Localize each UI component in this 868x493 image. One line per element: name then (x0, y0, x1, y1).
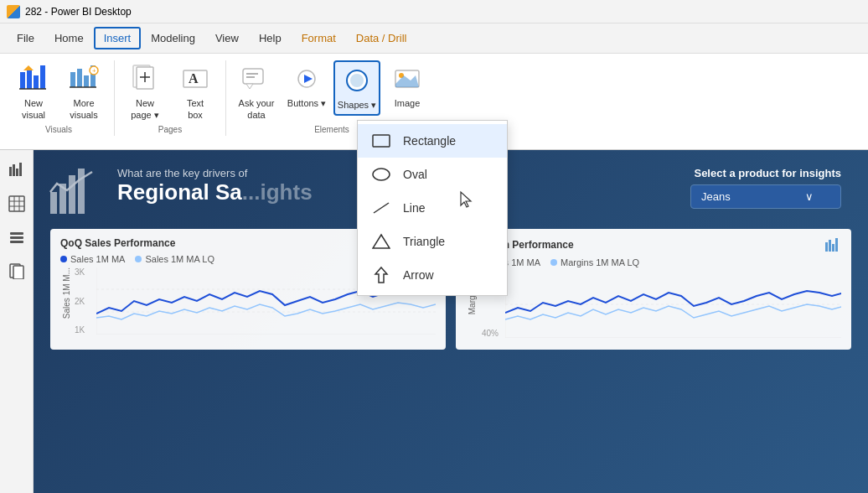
sidebar-layers-icon[interactable] (3, 224, 30, 251)
svg-rect-47 (78, 169, 85, 214)
dashboard-logo (49, 167, 99, 221)
image-label: Image (395, 97, 421, 109)
svg-rect-54 (832, 244, 834, 252)
svg-rect-6 (70, 72, 75, 87)
svg-marker-5 (23, 65, 34, 70)
line-shape-icon (371, 198, 391, 218)
menu-bar: File Home Insert Modeling View Help Form… (0, 23, 868, 54)
shape-triangle-item[interactable]: Triangle (358, 225, 507, 258)
new-visual-icon (18, 64, 49, 94)
margin-chart-legend: Margins 1M MA Margins 1M MA LQ (466, 257, 841, 267)
svg-rect-2 (34, 75, 39, 89)
title-bar: 282 - Power BI Desktop (0, 0, 868, 23)
margin-chart-svg (505, 271, 841, 338)
elements-group-label: Elements (314, 125, 349, 138)
power-bi-icon (7, 5, 20, 18)
svg-rect-1 (27, 69, 32, 89)
margin-chart-icon (824, 237, 841, 257)
svg-rect-59 (373, 135, 390, 147)
svg-point-60 (373, 169, 390, 180)
svg-rect-43 (13, 266, 23, 279)
sales-y-axis: Sales 1M M... (60, 267, 73, 319)
margin-chart-panel: Q Margin Performance Margins 1M MA (456, 229, 851, 350)
svg-line-61 (374, 203, 389, 213)
more-visuals-button[interactable]: + Morevisuals (60, 60, 107, 125)
svg-rect-52 (825, 242, 828, 252)
menu-home[interactable]: Home (44, 27, 94, 49)
svg-rect-19 (243, 69, 263, 84)
text-box-icon: A (180, 64, 210, 94)
shape-line-item[interactable]: Line (358, 191, 507, 225)
insights-dropdown[interactable]: Jeans ∨ (690, 184, 841, 209)
dashboard-subtitle: What are the key drivers of (117, 167, 313, 179)
dashboard-title: Regional Sa...ights (117, 179, 313, 205)
ask-your-data-icon (241, 64, 271, 94)
shapes-button[interactable]: Shapes ▾ (333, 60, 380, 116)
sidebar-bar-chart-icon[interactable] (3, 157, 30, 184)
svg-rect-53 (829, 240, 831, 252)
svg-point-26 (350, 74, 364, 87)
shapes-dropdown-menu: Rectangle Oval Line Triangle (357, 120, 508, 296)
pages-group-label: Pages (158, 125, 182, 138)
sidebar-table-icon[interactable] (3, 190, 30, 217)
svg-rect-41 (10, 241, 23, 243)
svg-marker-63 (375, 267, 387, 283)
text-box-button[interactable]: A Textbox (172, 60, 219, 125)
rectangle-shape-icon (371, 131, 391, 151)
shape-rectangle-item[interactable]: Rectangle (358, 124, 507, 158)
menu-insert[interactable]: Insert (94, 27, 142, 49)
rectangle-label: Rectangle (403, 134, 456, 148)
more-visuals-icon: + (69, 64, 99, 94)
arrow-label: Arrow (403, 268, 434, 282)
shapes-label: Shapes ▾ (338, 99, 376, 111)
image-button[interactable]: Image (384, 60, 431, 112)
svg-text:+: + (92, 67, 96, 75)
svg-rect-46 (69, 175, 75, 214)
shape-arrow-item[interactable]: Arrow (358, 258, 507, 292)
new-page-icon (130, 64, 160, 94)
svg-marker-62 (373, 235, 390, 248)
text-box-label: Textbox (187, 97, 204, 122)
new-visual-button[interactable]: Newvisual (10, 60, 57, 125)
svg-rect-44 (50, 192, 57, 214)
buttons-icon (292, 64, 322, 94)
svg-rect-34 (9, 196, 24, 211)
svg-text:A: A (189, 71, 199, 86)
triangle-label: Triangle (403, 235, 445, 248)
menu-view[interactable]: View (205, 27, 249, 49)
menu-data-drill[interactable]: Data / Drill (346, 27, 417, 49)
sidebar-pages-icon[interactable] (3, 257, 30, 284)
oval-shape-icon (371, 164, 391, 184)
svg-rect-0 (20, 72, 25, 89)
ribbon-group-pages: Newpage ▾ A Textbox Pages (115, 60, 226, 136)
menu-modeling[interactable]: Modeling (141, 27, 205, 49)
svg-rect-3 (40, 65, 45, 89)
insights-label: Select a product for insights (690, 167, 841, 179)
svg-rect-31 (13, 164, 15, 176)
oval-label: Oval (403, 168, 427, 181)
svg-rect-32 (16, 169, 18, 176)
svg-rect-7 (77, 69, 82, 87)
ask-your-data-button[interactable]: Ask yourdata (233, 60, 280, 125)
ask-your-data-label: Ask yourdata (239, 97, 275, 122)
svg-rect-30 (9, 167, 12, 176)
ribbon-group-visuals: Newvisual + Morevisu (3, 60, 115, 136)
new-page-label: Newpage ▾ (131, 97, 159, 122)
svg-rect-40 (10, 236, 23, 239)
buttons-button[interactable]: Buttons ▾ (283, 60, 330, 112)
menu-format[interactable]: Format (292, 27, 346, 49)
app-title: 282 - Power BI Desktop (25, 6, 132, 18)
triangle-shape-icon (371, 231, 391, 252)
svg-rect-8 (84, 75, 89, 87)
svg-rect-55 (835, 238, 838, 252)
shape-oval-item[interactable]: Oval (358, 158, 507, 191)
left-sidebar (0, 150, 34, 493)
buttons-label: Buttons ▾ (287, 97, 326, 109)
new-page-button[interactable]: Newpage ▾ (121, 60, 168, 125)
svg-rect-39 (10, 232, 23, 235)
menu-help[interactable]: Help (249, 27, 292, 49)
shapes-icon (342, 65, 372, 96)
line-label: Line (403, 201, 425, 215)
menu-file[interactable]: File (7, 27, 44, 49)
arrow-shape-icon (371, 265, 391, 285)
